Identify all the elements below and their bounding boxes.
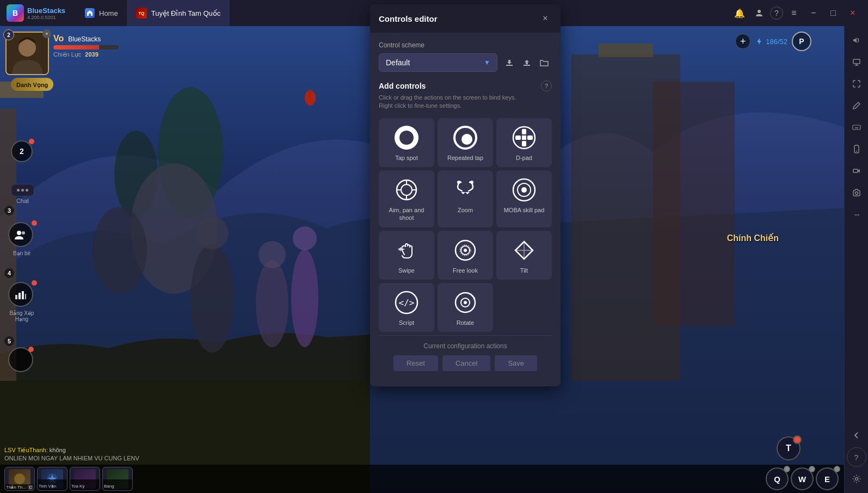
help-icon-btn[interactable]: ? [541,81,552,91]
skill-bang[interactable]: Bang [102,467,133,491]
map-button[interactable]: P [792,32,811,51]
chinh-chien-label: Chính Chiến [727,233,779,243]
dpad-item[interactable]: D-pad [496,118,552,167]
player-stats: Vo BlueStacks Chiến Lực 2039 [53,32,119,58]
skill-bar: Thần Th... C Tinh Vận Toa Kỳ Bang [0,465,844,493]
reset-button[interactable]: Reset [393,355,438,371]
message-btn[interactable]: 2 [11,140,33,162]
scheme-dropdown[interactable]: Default ▼ [379,53,497,72]
svg-point-32 [855,478,858,480]
menu-btn[interactable]: ≡ [785,4,803,22]
skill-than-th[interactable]: Thần Th... C [4,467,35,491]
svg-rect-47 [527,135,533,140]
rankings-label: Bảng XếpHạng [8,310,35,322]
message-group: 2 [11,140,33,162]
bluestacks-text: BlueStacks 4.200.0.5201 [27,7,65,20]
side-btn5[interactable] [8,347,33,372]
more-btn[interactable]: ··· [847,205,866,224]
combat-label: Chiến Lực [53,51,81,58]
export-icon[interactable] [519,55,534,70]
svg-text:</>: </> [399,298,415,308]
swipe-label: Swipe [398,267,415,274]
friends-group: Bạn bè [8,222,35,256]
panel-close-btn[interactable]: × [539,12,552,25]
cancel-button[interactable]: Cancel [442,355,490,371]
w-close[interactable] [809,466,815,472]
volume-btn[interactable] [847,30,866,50]
e-close[interactable] [834,466,840,472]
tap-spot-icon [395,126,418,150]
panel-title: Controls editor [379,14,438,23]
record-btn[interactable] [847,161,866,181]
qwe-buttons: Q W E [766,467,839,490]
danh-vong-btn[interactable]: Danh Vọng [11,78,53,91]
add-controls-header: Add controls ? [379,81,552,91]
svg-rect-40 [25,294,26,299]
top-right-hud: + 186/52 P [735,32,811,51]
import-icon[interactable] [502,55,517,70]
action-buttons-right: T [777,436,801,460]
w-label: W [798,474,806,484]
tap-spot-item[interactable]: Tap spot [379,118,434,167]
edit-btn[interactable] [847,96,866,115]
friends-btn[interactable] [8,222,35,249]
svg-rect-39 [22,291,24,299]
moba-item[interactable]: MOBA skill pad [496,170,552,227]
rotate-item[interactable]: Rotate [438,283,493,332]
keyboard-btn[interactable] [847,118,866,137]
app-name: BlueStacks [27,7,65,15]
minimize-btn[interactable]: − [805,4,822,22]
screen-btn[interactable] [847,52,866,72]
health-bar [53,45,119,50]
skill-tinh-van[interactable]: Tinh Vận [37,467,67,491]
home-tab-label: Home [99,9,118,17]
swipe-item[interactable]: Swipe [379,231,434,280]
rankings-btn[interactable] [8,282,35,309]
chat-label: Chat [11,198,34,204]
phone-btn[interactable] [847,139,866,159]
arrow-left-btn[interactable] [847,426,866,445]
q-close[interactable] [784,466,790,472]
skill-toa-ky[interactable]: Toa Kỳ [70,467,100,491]
action-t-btn[interactable]: T [777,436,801,460]
moba-icon [512,178,536,202]
home-tab[interactable]: Home [76,0,127,26]
bell-btn[interactable]: 🔔 [731,4,748,22]
map-label: P [799,37,804,46]
folder-icon[interactable] [537,55,552,70]
skill-label-1: Thần Th... [6,485,26,490]
maximize-btn[interactable]: □ [824,4,842,22]
add-btn-right[interactable]: + [735,34,750,49]
window-close-btn[interactable]: × [844,4,861,22]
chat-bubble[interactable] [11,184,34,196]
svg-rect-45 [522,141,526,146]
script-item[interactable]: </> Script [379,283,434,332]
question-btn[interactable]: ? [847,447,866,467]
game-tab[interactable]: TQ Tuyệt Đỉnh Tam Quốc [127,0,230,26]
svg-point-35 [17,231,21,235]
app-version: 4.200.0.5201 [27,15,65,20]
tilt-item[interactable]: Tilt [496,231,552,280]
svg-point-19 [758,10,761,13]
aim-pan-shoot-item[interactable]: Aim, pan and shoot [379,170,434,227]
controls-editor-panel: Controls editor × Control scheme Default… [370,4,561,386]
free-look-item[interactable]: Free look [438,231,493,280]
svg-point-50 [401,184,412,195]
skill-label-4: Bang [104,484,114,489]
skill-label-3: Toa Kỳ [71,484,84,489]
badge-3: 3 [4,206,14,215]
sidebar-settings-btn[interactable] [847,469,866,489]
right-sidebar: ··· ? [844,26,868,493]
save-button[interactable]: Save [495,355,537,371]
avatar-close-btn[interactable]: × [42,29,51,38]
svg-point-29 [856,151,857,152]
zoom-item[interactable]: Zoom [438,170,493,227]
repeated-tap-item[interactable]: Repeated tap [438,118,493,167]
camera-btn[interactable] [847,183,866,202]
q-btn-group: Q [766,467,789,490]
help-btn[interactable]: ? [770,7,783,20]
account-btn[interactable] [750,4,768,22]
current-config-title: Current configuration actions [387,342,543,350]
add-controls-title: Add controls [379,82,426,90]
expand-btn[interactable] [847,74,866,94]
